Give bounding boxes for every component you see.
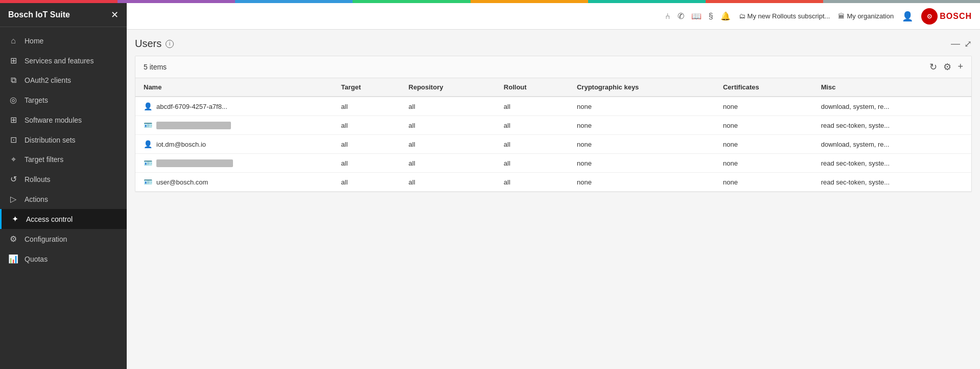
badge-icon: 🪪 bbox=[144, 159, 152, 167]
quotas-nav-label: Quotas bbox=[25, 255, 48, 263]
crypto-keys-cell: none bbox=[569, 116, 715, 135]
org-label: My organization bbox=[847, 12, 894, 20]
subscription-selector[interactable]: 🗂 My new Rollouts subscript... bbox=[739, 12, 830, 20]
crypto-keys-cell: none bbox=[569, 97, 715, 116]
rollout-cell: all bbox=[496, 116, 569, 135]
crypto-keys-cell: none bbox=[569, 154, 715, 173]
user-name: ███████████@bos... bbox=[156, 159, 233, 167]
bell-icon[interactable]: 🔔 bbox=[720, 11, 731, 21]
org-icon: 🏛 bbox=[838, 12, 845, 20]
badge-icon: 🪪 bbox=[144, 178, 152, 186]
logo-text: BOSCH bbox=[940, 12, 972, 21]
minimize-button[interactable]: — bbox=[951, 38, 960, 50]
misc-cell: download, system, re... bbox=[813, 97, 971, 116]
services-nav-icon: ⊞ bbox=[8, 56, 18, 65]
rollout-cell: all bbox=[496, 154, 569, 173]
refresh-button[interactable]: ↻ bbox=[929, 61, 937, 73]
oauth2-nav-icon: ⧉ bbox=[8, 76, 18, 85]
misc-cell: read sec-token, syste... bbox=[813, 173, 971, 192]
software-nav-icon: ⊞ bbox=[8, 115, 18, 125]
add-button[interactable]: + bbox=[958, 61, 963, 73]
table-row[interactable]: 👤abcdf-6709-4257-a7f8...allallallnonenon… bbox=[135, 97, 971, 116]
page-title-info-icon[interactable]: i bbox=[166, 40, 174, 48]
sidebar-item-rollouts[interactable]: ↺ Rollouts bbox=[0, 169, 127, 189]
page-title-actions: — ⤢ bbox=[951, 38, 972, 50]
user-name: user@bosch.com bbox=[156, 178, 208, 186]
subscription-icon: 🗂 bbox=[739, 12, 745, 20]
software-nav-label: Software modules bbox=[25, 116, 82, 124]
certificates-cell: none bbox=[715, 116, 813, 135]
table-row[interactable]: 👤iot.dm@bosch.ioallallallnonenonedownloa… bbox=[135, 135, 971, 154]
targets-nav-icon: ◎ bbox=[8, 95, 18, 105]
misc-cell: read sec-token, syste... bbox=[813, 154, 971, 173]
crypto-keys-cell: none bbox=[569, 135, 715, 154]
sidebar-item-oauth2[interactable]: ⧉ OAuth2 clients bbox=[0, 71, 127, 90]
certificates-cell: none bbox=[715, 135, 813, 154]
sidebar-item-home[interactable]: ⌂ Home bbox=[0, 31, 127, 51]
expand-button[interactable]: ⤢ bbox=[964, 38, 972, 50]
book-icon[interactable]: 📖 bbox=[691, 11, 702, 21]
badge-icon: 🪪 bbox=[144, 121, 152, 129]
table-row[interactable]: 🪪user@bosch.comallallallnonenoneread sec… bbox=[135, 173, 971, 192]
toolbar-actions: ↻ ⚙ + bbox=[929, 61, 963, 73]
sidebar-close-button[interactable]: ✕ bbox=[111, 9, 119, 20]
access-nav-icon: ✦ bbox=[10, 214, 20, 224]
subscription-label: My new Rollouts subscript... bbox=[748, 12, 830, 20]
share-icon[interactable]: ⑃ bbox=[665, 12, 670, 21]
sidebar-item-quotas[interactable]: 📊 Quotas bbox=[0, 249, 127, 269]
distribution-nav-icon: ⊡ bbox=[8, 135, 18, 145]
table-header-row: NameTargetRepositoryRolloutCryptographic… bbox=[135, 78, 971, 97]
user-name-cell: 👤iot.dm@bosch.io bbox=[135, 135, 333, 154]
user-name-cell: 🪪████████████@b... bbox=[135, 116, 333, 135]
targets-nav-label: Targets bbox=[25, 96, 48, 104]
target-cell: all bbox=[333, 154, 401, 173]
certificates-cell: none bbox=[715, 97, 813, 116]
certificates-cell: none bbox=[715, 154, 813, 173]
home-nav-icon: ⌂ bbox=[8, 36, 18, 45]
phone-icon[interactable]: ✆ bbox=[678, 11, 684, 21]
table-row[interactable]: 🪪███████████@bos...allallallnonenoneread… bbox=[135, 154, 971, 173]
repository-cell: all bbox=[401, 154, 496, 173]
user-name-cell: 🪪user@bosch.com bbox=[135, 173, 333, 192]
rollouts-nav-label: Rollouts bbox=[25, 175, 51, 183]
user-icon[interactable]: 👤 bbox=[902, 11, 913, 22]
sidebar-item-services[interactable]: ⊞ Services and features bbox=[0, 51, 127, 71]
table-row[interactable]: 🪪████████████@b...allallallnonenoneread … bbox=[135, 116, 971, 135]
sidebar-item-targetfilters[interactable]: ⌖ Target filters bbox=[0, 150, 127, 169]
sidebar-item-actions[interactable]: ▷ Actions bbox=[0, 189, 127, 209]
settings-button[interactable]: ⚙ bbox=[943, 61, 951, 73]
table-body: 👤abcdf-6709-4257-a7f8...allallallnonenon… bbox=[135, 97, 971, 192]
sidebar-item-distribution[interactable]: ⊡ Distribution sets bbox=[0, 130, 127, 150]
sidebar-item-configuration[interactable]: ⚙ Configuration bbox=[0, 229, 127, 249]
target-cell: all bbox=[333, 135, 401, 154]
targetfilters-nav-icon: ⌖ bbox=[8, 155, 18, 164]
services-nav-label: Services and features bbox=[25, 57, 94, 65]
table-head: NameTargetRepositoryRolloutCryptographic… bbox=[135, 78, 971, 97]
oauth2-nav-label: OAuth2 clients bbox=[25, 76, 71, 84]
target-cell: all bbox=[333, 116, 401, 135]
col-header-rollout: Rollout bbox=[496, 78, 569, 97]
repository-cell: all bbox=[401, 135, 496, 154]
user-name: abcdf-6709-4257-a7f8... bbox=[156, 103, 227, 110]
org-selector[interactable]: 🏛 My organization bbox=[838, 12, 894, 20]
dollar-icon[interactable]: § bbox=[709, 12, 713, 21]
sidebar-item-targets[interactable]: ◎ Targets bbox=[0, 90, 127, 110]
misc-cell: read sec-token, syste... bbox=[813, 116, 971, 135]
rollout-cell: all bbox=[496, 135, 569, 154]
person-icon: 👤 bbox=[144, 140, 152, 148]
users-table-container: 5 items ↻ ⚙ + NameTargetRepositoryRollou… bbox=[135, 56, 972, 192]
actions-nav-label: Actions bbox=[25, 195, 48, 203]
user-name-cell: 🪪███████████@bos... bbox=[135, 154, 333, 173]
quotas-nav-icon: 📊 bbox=[8, 254, 18, 264]
user-name-cell: 👤abcdf-6709-4257-a7f8... bbox=[135, 97, 333, 116]
col-header-certificates: Certificates bbox=[715, 78, 813, 97]
page-area: Users i — ⤢ 5 items ↻ ⚙ + bbox=[127, 30, 980, 369]
col-header-name: Name bbox=[135, 78, 333, 97]
sidebar-item-access[interactable]: ✦ Access control bbox=[0, 209, 127, 229]
user-name: iot.dm@bosch.io bbox=[156, 141, 206, 148]
distribution-nav-label: Distribution sets bbox=[25, 136, 76, 144]
repository-cell: all bbox=[401, 116, 496, 135]
target-cell: all bbox=[333, 173, 401, 192]
sidebar-item-software[interactable]: ⊞ Software modules bbox=[0, 110, 127, 130]
col-header-misc: Misc bbox=[813, 78, 971, 97]
